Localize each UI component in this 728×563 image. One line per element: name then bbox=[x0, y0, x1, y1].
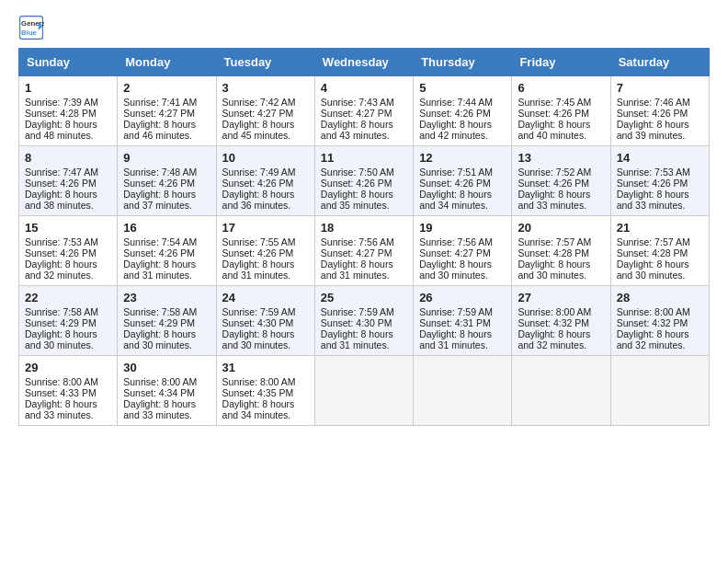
cell-line: Sunset: 4:26 PM bbox=[419, 108, 506, 119]
cell-line: Daylight: 8 hours bbox=[518, 189, 604, 200]
day-number: 24 bbox=[222, 291, 309, 304]
cell-line: Sunset: 4:35 PM bbox=[222, 387, 309, 398]
cell-line: and 36 minutes. bbox=[222, 200, 309, 211]
cell-line: Sunrise: 8:00 AM bbox=[25, 376, 111, 387]
cell-line: Sunset: 4:26 PM bbox=[518, 178, 604, 189]
day-number: 8 bbox=[25, 151, 111, 165]
day-number: 19 bbox=[419, 221, 506, 235]
cell-line: Sunrise: 7:45 AM bbox=[518, 97, 604, 108]
cell-line: Sunrise: 7:41 AM bbox=[123, 97, 210, 108]
calendar-cell: 26Sunrise: 7:59 AMSunset: 4:31 PMDayligh… bbox=[414, 286, 512, 356]
calendar-cell: 8Sunrise: 7:47 AMSunset: 4:26 PMDaylight… bbox=[19, 146, 118, 216]
cell-line: Daylight: 8 hours bbox=[25, 259, 111, 270]
day-number: 20 bbox=[518, 221, 604, 235]
col-header-saturday: Saturday bbox=[610, 49, 709, 76]
day-number: 17 bbox=[222, 221, 309, 235]
day-number: 6 bbox=[518, 81, 604, 95]
calendar-cell: 22Sunrise: 7:58 AMSunset: 4:29 PMDayligh… bbox=[19, 286, 118, 356]
cell-line: Daylight: 8 hours bbox=[321, 119, 407, 130]
cell-line: Daylight: 8 hours bbox=[321, 259, 407, 270]
cell-line: Sunset: 4:27 PM bbox=[321, 108, 407, 119]
cell-line: Daylight: 8 hours bbox=[518, 259, 604, 270]
cell-line: Sunrise: 7:56 AM bbox=[419, 236, 506, 247]
day-number: 26 bbox=[419, 291, 506, 304]
calendar-cell: 7Sunrise: 7:46 AMSunset: 4:26 PMDaylight… bbox=[610, 76, 709, 146]
cell-line: Sunrise: 7:47 AM bbox=[25, 167, 111, 178]
cell-line: Sunset: 4:26 PM bbox=[222, 247, 309, 259]
cell-line: Sunset: 4:28 PM bbox=[25, 108, 111, 119]
calendar-cell: 5Sunrise: 7:44 AMSunset: 4:26 PMDaylight… bbox=[414, 76, 512, 146]
cell-line: and 33 minutes. bbox=[123, 409, 210, 420]
day-number: 29 bbox=[25, 361, 111, 374]
cell-line: Sunset: 4:31 PM bbox=[419, 317, 506, 328]
cell-line: Daylight: 8 hours bbox=[617, 259, 703, 270]
cell-line: Sunset: 4:28 PM bbox=[617, 247, 703, 259]
week-row-4: 22Sunrise: 7:58 AMSunset: 4:29 PMDayligh… bbox=[19, 286, 710, 356]
cell-line: Sunset: 4:32 PM bbox=[617, 317, 703, 328]
calendar-cell: 12Sunrise: 7:51 AMSunset: 4:26 PMDayligh… bbox=[414, 146, 512, 216]
cell-line: Daylight: 8 hours bbox=[617, 328, 703, 339]
cell-line: and 31 minutes. bbox=[419, 339, 506, 350]
cell-line: and 39 minutes. bbox=[617, 130, 703, 141]
cell-line: Sunrise: 7:53 AM bbox=[25, 236, 111, 247]
cell-line: Daylight: 8 hours bbox=[419, 328, 506, 339]
week-row-2: 8Sunrise: 7:47 AMSunset: 4:26 PMDaylight… bbox=[19, 146, 710, 216]
cell-line: and 33 minutes. bbox=[25, 409, 111, 420]
calendar-cell: 10Sunrise: 7:49 AMSunset: 4:26 PMDayligh… bbox=[216, 146, 314, 216]
cell-line: and 38 minutes. bbox=[25, 200, 111, 211]
day-number: 31 bbox=[222, 361, 309, 374]
cell-line: Daylight: 8 hours bbox=[25, 328, 111, 339]
cell-line: Sunrise: 7:48 AM bbox=[123, 167, 210, 178]
cell-line: Sunrise: 7:54 AM bbox=[123, 236, 210, 247]
cell-line: and 30 minutes. bbox=[222, 339, 309, 350]
cell-line: and 31 minutes. bbox=[123, 270, 210, 281]
cell-line: and 37 minutes. bbox=[123, 200, 210, 211]
cell-line: Daylight: 8 hours bbox=[518, 119, 604, 130]
cell-line: Sunrise: 7:58 AM bbox=[123, 306, 210, 317]
calendar-cell: 29Sunrise: 8:00 AMSunset: 4:33 PMDayligh… bbox=[19, 356, 118, 426]
logo-icon: General Blue bbox=[18, 15, 44, 40]
cell-line: and 30 minutes. bbox=[518, 270, 604, 281]
cell-line: Daylight: 8 hours bbox=[321, 189, 407, 200]
cell-line: Sunset: 4:27 PM bbox=[419, 247, 506, 259]
cell-line: and 31 minutes. bbox=[222, 270, 309, 281]
calendar-cell: 9Sunrise: 7:48 AMSunset: 4:26 PMDaylight… bbox=[118, 146, 216, 216]
day-number: 10 bbox=[222, 151, 309, 165]
cell-line: Sunset: 4:26 PM bbox=[25, 178, 111, 189]
week-row-5: 29Sunrise: 8:00 AMSunset: 4:33 PMDayligh… bbox=[19, 356, 710, 426]
calendar-cell: 20Sunrise: 7:57 AMSunset: 4:28 PMDayligh… bbox=[512, 216, 610, 286]
cell-line: Sunset: 4:26 PM bbox=[123, 178, 210, 189]
cell-line: Sunrise: 7:49 AM bbox=[222, 167, 309, 178]
cell-line: Daylight: 8 hours bbox=[617, 189, 703, 200]
cell-line: Daylight: 8 hours bbox=[222, 119, 309, 130]
cell-line: Sunrise: 7:42 AM bbox=[222, 97, 309, 108]
calendar-cell: 19Sunrise: 7:56 AMSunset: 4:27 PMDayligh… bbox=[414, 216, 512, 286]
logo: General Blue bbox=[18, 15, 48, 40]
cell-line: Sunrise: 7:44 AM bbox=[419, 97, 506, 108]
day-number: 9 bbox=[123, 151, 210, 165]
calendar-cell: 1Sunrise: 7:39 AMSunset: 4:28 PMDaylight… bbox=[19, 76, 118, 146]
cell-line: Daylight: 8 hours bbox=[123, 398, 210, 409]
cell-line: Sunrise: 7:55 AM bbox=[222, 236, 309, 247]
day-number: 16 bbox=[123, 221, 210, 235]
cell-line: Sunrise: 7:57 AM bbox=[518, 236, 604, 247]
cell-line: Sunrise: 7:57 AM bbox=[617, 236, 703, 247]
calendar-cell: 27Sunrise: 8:00 AMSunset: 4:32 PMDayligh… bbox=[512, 286, 610, 356]
day-number: 27 bbox=[518, 291, 604, 304]
week-row-1: 1Sunrise: 7:39 AMSunset: 4:28 PMDaylight… bbox=[19, 76, 710, 146]
calendar-cell: 25Sunrise: 7:59 AMSunset: 4:30 PMDayligh… bbox=[314, 286, 413, 356]
cell-line: Daylight: 8 hours bbox=[617, 119, 703, 130]
cell-line: and 32 minutes. bbox=[518, 339, 604, 350]
cell-line: Sunset: 4:26 PM bbox=[321, 178, 407, 189]
cell-line: Daylight: 8 hours bbox=[25, 398, 111, 409]
cell-line: Sunset: 4:29 PM bbox=[25, 317, 111, 328]
cell-line: Daylight: 8 hours bbox=[518, 328, 604, 339]
calendar-table: SundayMondayTuesdayWednesdayThursdayFrid… bbox=[18, 48, 710, 426]
cell-line: Sunrise: 7:59 AM bbox=[419, 306, 506, 317]
cell-line: and 31 minutes. bbox=[321, 270, 407, 281]
cell-line: Sunset: 4:26 PM bbox=[518, 108, 604, 119]
cell-line: and 48 minutes. bbox=[25, 130, 111, 141]
cell-line: Sunrise: 8:00 AM bbox=[518, 306, 604, 317]
calendar-cell: 3Sunrise: 7:42 AMSunset: 4:27 PMDaylight… bbox=[216, 76, 314, 146]
cell-line: Sunset: 4:27 PM bbox=[123, 108, 210, 119]
